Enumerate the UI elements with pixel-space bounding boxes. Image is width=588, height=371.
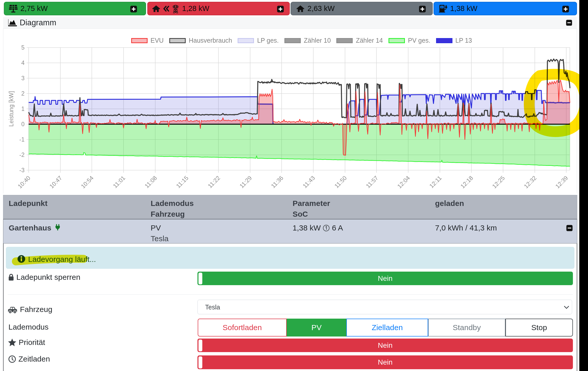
svg-text:12:18: 12:18 <box>459 175 474 190</box>
svg-text:10:54: 10:54 <box>80 175 95 190</box>
svg-text:10:47: 10:47 <box>48 175 63 190</box>
svg-text:10:40: 10:40 <box>16 175 31 190</box>
svg-text:12:25: 12:25 <box>491 175 506 190</box>
svg-text:1: 1 <box>21 106 25 112</box>
svg-text:11:29: 11:29 <box>238 175 253 189</box>
svg-text:11:43: 11:43 <box>302 175 316 189</box>
svg-text:11:22: 11:22 <box>207 175 221 189</box>
svg-text:12:39: 12:39 <box>554 175 569 190</box>
svg-text:12:32: 12:32 <box>523 175 538 190</box>
svg-text:12:11: 12:11 <box>428 175 443 189</box>
svg-text:0: 0 <box>21 121 25 127</box>
svg-text:-3: -3 <box>19 167 25 173</box>
svg-text:11:57: 11:57 <box>365 175 380 189</box>
svg-text:11:01: 11:01 <box>112 175 127 189</box>
svg-text:2: 2 <box>21 90 25 97</box>
svg-text:11:08: 11:08 <box>143 175 158 189</box>
svg-text:Leistung [kW]: Leistung [kW] <box>8 91 15 126</box>
svg-text:11:50: 11:50 <box>333 175 348 189</box>
svg-text:12:04: 12:04 <box>396 175 411 190</box>
svg-text:-2: -2 <box>19 152 25 158</box>
svg-text:11:15: 11:15 <box>175 175 190 189</box>
svg-text:11:36: 11:36 <box>270 175 285 189</box>
svg-text:-1: -1 <box>19 136 25 143</box>
svg-text:3: 3 <box>21 75 25 82</box>
svg-text:5: 5 <box>21 44 25 51</box>
svg-text:4: 4 <box>21 60 25 66</box>
